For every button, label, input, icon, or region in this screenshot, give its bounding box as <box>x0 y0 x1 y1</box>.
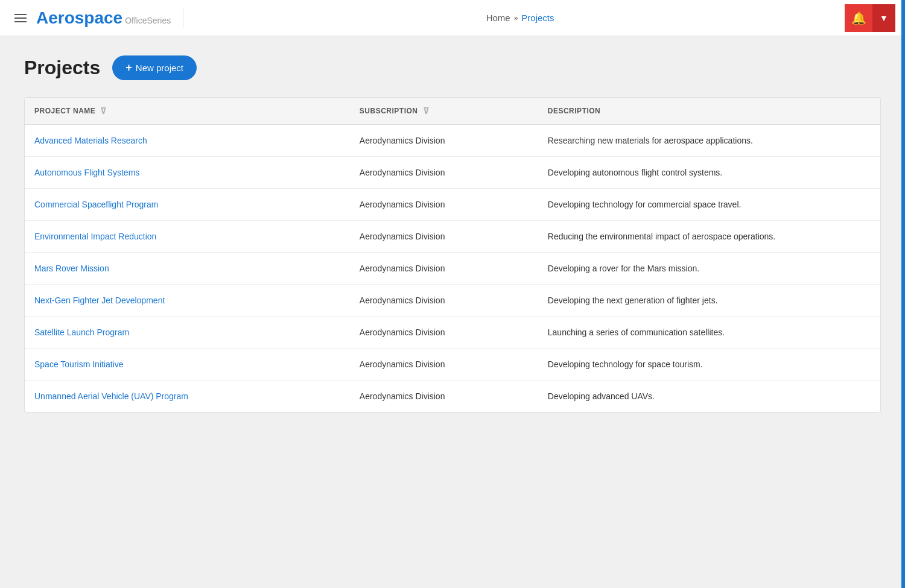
project-name-link[interactable]: Autonomous Flight Systems <box>34 168 139 177</box>
project-description: Developing technology for commercial spa… <box>538 189 880 221</box>
table-header-row: PROJECT NAME ⊽ SUBSCRIPTION ⊽ DESCRIPTIO… <box>25 98 880 125</box>
project-subscription: Aerodynamics Division <box>350 253 538 285</box>
table-row: Mars Rover MissionAerodynamics DivisionD… <box>25 253 880 285</box>
filter-name-icon[interactable]: ⊽ <box>100 106 107 116</box>
new-project-button[interactable]: + New project <box>112 55 197 80</box>
app-header: Aerospace OfficeSeries Home » Projects 🔔… <box>0 0 905 36</box>
page-title: Projects <box>24 57 100 79</box>
project-subscription: Aerodynamics Division <box>350 125 538 157</box>
project-description: Developing technology for space tourism. <box>538 349 880 381</box>
col-header-description: DESCRIPTION <box>538 98 880 125</box>
filter-subscription-icon[interactable]: ⊽ <box>423 106 430 116</box>
scrollbar-accent <box>901 0 905 432</box>
project-subscription: Aerodynamics Division <box>350 285 538 317</box>
project-description: Developing autonomous flight control sys… <box>538 157 880 189</box>
col-header-name: PROJECT NAME ⊽ <box>25 98 350 125</box>
breadcrumb-home-link[interactable]: Home <box>486 13 510 23</box>
table-row: Environmental Impact ReductionAerodynami… <box>25 221 880 253</box>
logo-text: Aerospace <box>36 8 122 28</box>
col-name-label: PROJECT NAME <box>34 107 95 115</box>
project-description: Developing the next generation of fighte… <box>538 285 880 317</box>
menu-icon[interactable] <box>10 9 31 27</box>
project-name-link[interactable]: Space Tourism Initiative <box>34 359 124 369</box>
bell-icon: 🔔 <box>851 11 866 25</box>
col-subscription-label: SUBSCRIPTION <box>360 107 418 115</box>
col-header-subscription: SUBSCRIPTION ⊽ <box>350 98 538 125</box>
table-row: Next-Gen Fighter Jet DevelopmentAerodyna… <box>25 285 880 317</box>
project-subscription: Aerodynamics Division <box>350 317 538 349</box>
table-row: Commercial Spaceflight ProgramAerodynami… <box>25 189 880 221</box>
project-name-link[interactable]: Mars Rover Mission <box>34 264 109 273</box>
project-description: Developing a rover for the Mars mission. <box>538 253 880 285</box>
project-description: Researching new materials for aerospace … <box>538 125 880 157</box>
header-actions: 🔔 ▼ <box>845 4 895 32</box>
table-row: Satellite Launch ProgramAerodynamics Div… <box>25 317 880 349</box>
projects-table: PROJECT NAME ⊽ SUBSCRIPTION ⊽ DESCRIPTIO… <box>25 98 880 412</box>
project-subscription: Aerodynamics Division <box>350 221 538 253</box>
project-name-link[interactable]: Next-Gen Fighter Jet Development <box>34 296 165 305</box>
project-subscription: Aerodynamics Division <box>350 381 538 413</box>
project-description: Reducing the environmental impact of aer… <box>538 221 880 253</box>
page-content: Projects + New project PROJECT NAME ⊽ <box>0 36 905 432</box>
table-row: Space Tourism InitiativeAerodynamics Div… <box>25 349 880 381</box>
table-row: Unmanned Aerial Vehicle (UAV) ProgramAer… <box>25 381 880 413</box>
logo-area: Aerospace OfficeSeries <box>36 8 183 28</box>
breadcrumb: Home » Projects <box>195 13 845 23</box>
project-name-link[interactable]: Commercial Spaceflight Program <box>34 200 158 209</box>
breadcrumb-separator: » <box>514 14 518 22</box>
plus-icon: + <box>125 62 132 74</box>
new-project-label: New project <box>136 63 183 73</box>
project-description: Launching a series of communication sate… <box>538 317 880 349</box>
project-name-link[interactable]: Environmental Impact Reduction <box>34 232 156 241</box>
notification-bell-button[interactable]: 🔔 <box>845 4 872 32</box>
chevron-down-icon: ▼ <box>880 13 888 23</box>
project-name-link[interactable]: Unmanned Aerial Vehicle (UAV) Program <box>34 391 188 401</box>
project-description: Developing advanced UAVs. <box>538 381 880 413</box>
project-name-link[interactable]: Advanced Materials Research <box>34 136 147 145</box>
project-subscription: Aerodynamics Division <box>350 349 538 381</box>
header-dropdown-button[interactable]: ▼ <box>872 4 895 32</box>
table-row: Autonomous Flight SystemsAerodynamics Di… <box>25 157 880 189</box>
project-subscription: Aerodynamics Division <box>350 189 538 221</box>
logo-sub-text: OfficeSeries <box>125 16 171 25</box>
project-subscription: Aerodynamics Division <box>350 157 538 189</box>
col-description-label: DESCRIPTION <box>548 107 601 115</box>
page-header: Projects + New project <box>24 55 881 80</box>
project-name-link[interactable]: Satellite Launch Program <box>34 327 129 337</box>
projects-table-container: PROJECT NAME ⊽ SUBSCRIPTION ⊽ DESCRIPTIO… <box>24 97 881 413</box>
table-row: Advanced Materials ResearchAerodynamics … <box>25 125 880 157</box>
breadcrumb-current: Projects <box>521 13 554 23</box>
